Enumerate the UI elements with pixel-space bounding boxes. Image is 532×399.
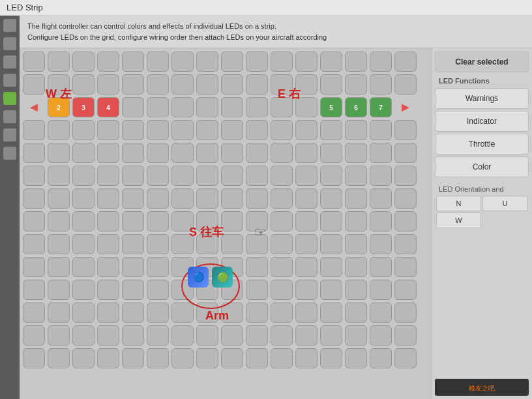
led-cell[interactable] bbox=[320, 166, 342, 186]
led-cell[interactable] bbox=[370, 143, 392, 163]
led-cell[interactable] bbox=[23, 325, 45, 346]
led-cell[interactable] bbox=[370, 188, 392, 209]
led-cell[interactable] bbox=[48, 257, 70, 277]
led-cell[interactable]: ◄ bbox=[23, 97, 45, 117]
led-cell[interactable] bbox=[48, 325, 70, 346]
led-cell[interactable] bbox=[97, 188, 119, 209]
led-cell[interactable] bbox=[221, 188, 243, 209]
led-cell[interactable] bbox=[246, 74, 268, 95]
led-cell[interactable] bbox=[147, 52, 169, 72]
west-button[interactable]: W bbox=[436, 213, 481, 228]
led-cell[interactable] bbox=[345, 52, 367, 72]
led-cell[interactable] bbox=[122, 348, 144, 368]
led-cell[interactable]: 5 bbox=[320, 97, 342, 117]
led-cell[interactable] bbox=[72, 257, 95, 277]
led-cell[interactable] bbox=[394, 120, 417, 140]
indicator-button[interactable]: Indicator bbox=[435, 111, 529, 132]
led-cell[interactable] bbox=[271, 188, 293, 209]
led-cell[interactable] bbox=[370, 120, 392, 140]
led-cell[interactable] bbox=[271, 120, 293, 140]
led-cell[interactable] bbox=[221, 325, 243, 346]
led-cell[interactable] bbox=[147, 166, 169, 186]
led-cell[interactable] bbox=[23, 280, 45, 300]
led-cell[interactable] bbox=[295, 234, 318, 254]
led-cell[interactable]: 3 bbox=[72, 97, 95, 117]
led-cell[interactable] bbox=[72, 120, 95, 140]
led-cell[interactable] bbox=[122, 97, 144, 117]
led-cell[interactable] bbox=[246, 348, 268, 368]
led-cell[interactable] bbox=[72, 52, 95, 72]
led-cell[interactable] bbox=[246, 188, 268, 209]
led-cell[interactable] bbox=[72, 325, 95, 346]
led-cell[interactable] bbox=[295, 143, 318, 163]
led-cell[interactable] bbox=[196, 120, 218, 140]
led-cell[interactable] bbox=[196, 348, 218, 368]
led-cell[interactable] bbox=[48, 166, 70, 186]
led-cell[interactable] bbox=[394, 211, 417, 231]
led-cell[interactable] bbox=[72, 143, 95, 163]
led-cell[interactable] bbox=[370, 257, 392, 277]
led-cell[interactable] bbox=[23, 257, 45, 277]
led-cell[interactable] bbox=[394, 166, 417, 186]
led-cell[interactable] bbox=[295, 280, 318, 300]
led-cell[interactable] bbox=[171, 303, 194, 323]
led-cell[interactable] bbox=[394, 257, 417, 277]
led-cell[interactable] bbox=[394, 280, 417, 300]
sidebar-icon-6[interactable] bbox=[3, 110, 16, 123]
led-cell[interactable] bbox=[97, 280, 119, 300]
led-cell[interactable] bbox=[370, 234, 392, 254]
led-cell[interactable] bbox=[394, 188, 417, 209]
led-cell[interactable] bbox=[370, 166, 392, 186]
led-cell[interactable] bbox=[171, 348, 194, 368]
led-cell[interactable] bbox=[221, 120, 243, 140]
led-cell[interactable] bbox=[147, 97, 169, 117]
led-cell[interactable] bbox=[246, 303, 268, 323]
led-cell[interactable] bbox=[171, 120, 194, 140]
led-cell[interactable] bbox=[23, 74, 45, 95]
led-cell[interactable] bbox=[345, 325, 367, 346]
led-cell[interactable] bbox=[271, 325, 293, 346]
led-cell[interactable] bbox=[147, 325, 169, 346]
led-cell[interactable] bbox=[147, 211, 169, 231]
led-cell[interactable] bbox=[122, 120, 144, 140]
led-cell[interactable] bbox=[345, 166, 367, 186]
led-cell[interactable] bbox=[295, 166, 318, 186]
led-cell[interactable] bbox=[97, 234, 119, 254]
led-cell[interactable] bbox=[320, 52, 342, 72]
led-cell[interactable] bbox=[171, 188, 194, 209]
led-cell[interactable] bbox=[370, 74, 392, 95]
led-cell[interactable] bbox=[345, 257, 367, 277]
led-cell[interactable] bbox=[196, 97, 218, 117]
led-cell[interactable] bbox=[48, 188, 70, 209]
led-cell[interactable] bbox=[23, 143, 45, 163]
led-cell[interactable] bbox=[147, 234, 169, 254]
led-cell[interactable] bbox=[370, 211, 392, 231]
led-cell[interactable] bbox=[23, 166, 45, 186]
led-cell[interactable] bbox=[246, 52, 268, 72]
led-cell[interactable] bbox=[345, 234, 367, 254]
led-cell[interactable]: ► bbox=[394, 97, 417, 117]
led-cell[interactable] bbox=[295, 188, 318, 209]
led-cell[interactable] bbox=[246, 120, 268, 140]
led-cell[interactable] bbox=[147, 120, 169, 140]
sidebar-icon-5[interactable] bbox=[3, 92, 16, 105]
led-cell[interactable] bbox=[147, 74, 169, 95]
led-cell[interactable] bbox=[196, 143, 218, 163]
led-cell[interactable] bbox=[295, 211, 318, 231]
led-cell[interactable] bbox=[221, 234, 243, 254]
led-cell[interactable] bbox=[72, 74, 95, 95]
led-cell[interactable] bbox=[171, 74, 194, 95]
led-cell[interactable] bbox=[23, 234, 45, 254]
led-cell[interactable] bbox=[171, 97, 194, 117]
led-cell[interactable] bbox=[345, 348, 367, 368]
led-cell[interactable] bbox=[394, 143, 417, 163]
led-cell[interactable] bbox=[72, 234, 95, 254]
led-cell[interactable] bbox=[147, 257, 169, 277]
led-cell[interactable] bbox=[271, 52, 293, 72]
led-cell[interactable] bbox=[246, 166, 268, 186]
sidebar-icon-4[interactable] bbox=[3, 74, 16, 87]
led-cell[interactable] bbox=[271, 143, 293, 163]
led-cell[interactable] bbox=[23, 188, 45, 209]
led-cell[interactable] bbox=[370, 348, 392, 368]
led-cell[interactable] bbox=[295, 52, 318, 72]
